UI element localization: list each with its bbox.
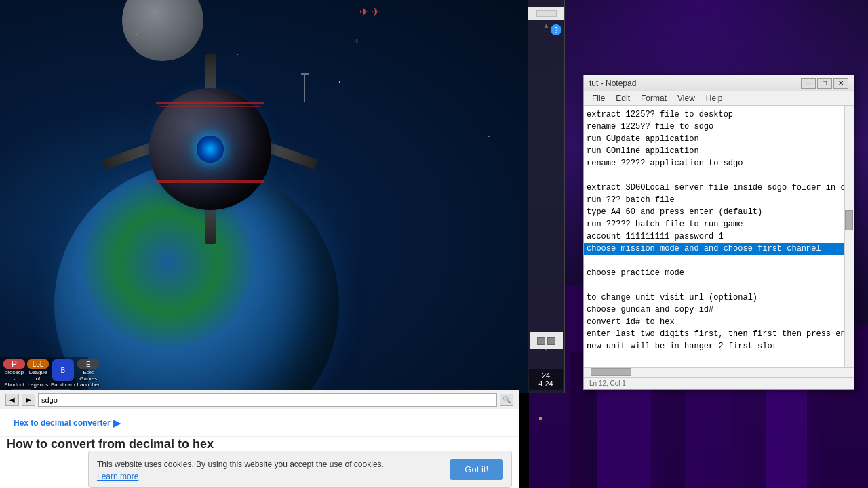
distant-ship: ✈: [354, 37, 359, 45]
text-line: extract AI_Tester to desktop: [587, 366, 724, 367]
notepad-controls: ─ □ ✕: [801, 78, 848, 89]
text-line: type A4 60 and press enter (default): [587, 207, 762, 217]
scroll-up-icon[interactable]: ▲: [528, 22, 564, 29]
url-bar: ◀ ▶ 🔍: [5, 393, 513, 407]
maximize-button[interactable]: □: [817, 78, 832, 89]
taskbar-bandicam[interactable]: B Bandicam: [51, 359, 75, 388]
page-title-area: How to convert from decimal to hex: [0, 437, 519, 451]
notepad-content[interactable]: extract 1225?? file to desktop rename 12…: [584, 106, 854, 367]
notepad-title: tut - Notepad: [589, 79, 636, 88]
menu-file[interactable]: File: [587, 92, 610, 104]
menu-view[interactable]: View: [672, 92, 701, 104]
text-line: rename 1225?? file to sdgo: [587, 122, 713, 131]
text-line: run GOnline application: [587, 146, 699, 156]
text-line: new unit will be in hanger 2 first slot: [587, 342, 777, 351]
h-scrollbar-thumb[interactable]: [591, 368, 631, 376]
sidebar-top-bar: [528, 7, 564, 20]
notepad-window: tut - Notepad ─ □ ✕ File Edit Format Vie…: [583, 75, 854, 390]
search-button[interactable]: 🔍: [500, 394, 513, 406]
minimize-button[interactable]: ─: [801, 78, 816, 89]
learn-more-link[interactable]: Learn more: [97, 472, 138, 481]
notepad-menu: File Edit Format View Help: [584, 92, 854, 106]
grid-icon: [537, 337, 545, 345]
text-line: choose gundam and copy id#: [587, 305, 713, 314]
spaceship-decoration: [108, 54, 312, 244]
clock-area: 24 4 24: [529, 369, 563, 390]
text-line: extract SDGOLocal server file inside sdg…: [587, 183, 854, 192]
taskbar-epic[interactable]: E Epic Games Launcher: [77, 359, 100, 388]
text-line: account 111111111 password 1: [587, 232, 724, 241]
text-line: enter last two digits first, then first …: [587, 329, 854, 339]
status-text: Ln 12, Col 1: [589, 380, 626, 387]
url-input[interactable]: [38, 393, 497, 407]
menu-edit[interactable]: Edit: [610, 92, 635, 104]
notepad-statusbar: Ln 12, Col 1: [584, 377, 854, 389]
breadcrumb-bar: Hex to decimal converter ▶: [0, 409, 519, 437]
text-line: [587, 171, 591, 180]
cookie-text-area: This website uses cookies. By using this…: [97, 458, 384, 482]
text-line: run GUpdate application: [587, 134, 699, 144]
hex-converter-link[interactable]: Hex to decimal converter ▶: [7, 413, 512, 432]
sidebar-panel: ? ▲ ▼: [528, 0, 565, 393]
antenna: [304, 75, 305, 102]
taskbar-league[interactable]: LoL League of Legends: [27, 359, 49, 388]
close-button[interactable]: ✕: [833, 78, 848, 89]
notepad-titlebar: tut - Notepad ─ □ ✕: [584, 75, 854, 92]
text-line: convert id# to hex: [587, 317, 675, 327]
scrollbar-thumb[interactable]: [845, 210, 853, 230]
text-line: run ????? batch file to run game: [587, 220, 743, 229]
got-it-button[interactable]: Got it!: [450, 459, 503, 480]
antenna-top: [301, 73, 309, 75]
page-title: How to convert from decimal to hex: [0, 437, 220, 451]
text-line: extract 1225?? file to desktop: [587, 110, 733, 119]
text-line: [587, 281, 591, 290]
browser-window: ◀ ▶ 🔍 Hex to decimal converter ▶ How to …: [0, 390, 519, 488]
text-line: run ??? batch file: [587, 195, 675, 205]
menu-help[interactable]: Help: [701, 92, 728, 104]
notepad-h-scrollbar[interactable]: [584, 367, 854, 377]
fighter-ships: ✈ ✈: [359, 5, 380, 18]
text-line: [587, 354, 591, 363]
cookie-text: This website uses cookies. By using this…: [97, 460, 384, 469]
notepad-scrollbar[interactable]: [844, 106, 854, 367]
text-line: choose practice mode: [587, 268, 684, 278]
list-icon: [547, 337, 555, 345]
taskbar-icons-row: P procecp - Shortcut LoL League of Legen…: [0, 357, 88, 390]
browser-header: ◀ ▶ 🔍: [0, 390, 519, 409]
sidebar-bar-icons: [530, 332, 563, 349]
menu-format[interactable]: Format: [635, 92, 672, 104]
back-button[interactable]: ◀: [5, 394, 19, 406]
forward-button[interactable]: ▶: [22, 394, 35, 406]
text-line: rename ????? application to sdgo: [587, 159, 743, 168]
cookie-banner: This website uses cookies. By using this…: [88, 451, 512, 488]
highlighted-line: choose mission mode and and choose first…: [584, 243, 854, 255]
moon-decoration: [122, 0, 203, 61]
text-line: to change unit visit url (optional): [587, 293, 757, 302]
taskbar-procecp[interactable]: P procecp - Shortcut: [3, 359, 25, 388]
